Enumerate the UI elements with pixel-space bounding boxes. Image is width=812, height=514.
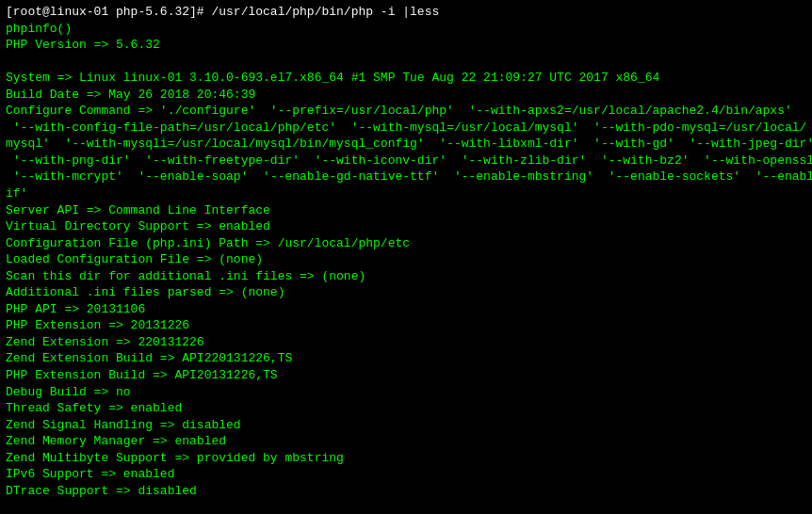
terminal-line: Zend Signal Handling => disabled xyxy=(6,417,806,434)
terminal-line: Configuration File (php.ini) Path => /us… xyxy=(6,235,806,252)
terminal: [root@linux-01 php-5.6.32]# /usr/local/p… xyxy=(0,0,812,514)
terminal-line: mysql' '--with-mysqli=/usr/local/mysql/b… xyxy=(6,136,806,153)
terminal-line: Configure Command => './configure' '--pr… xyxy=(6,103,806,120)
terminal-line: Debug Build => no xyxy=(6,384,806,401)
terminal-line: Additional .ini files parsed => (none) xyxy=(6,284,806,301)
terminal-line: '--with-config-file-path=/usr/local/php/… xyxy=(6,120,806,137)
terminal-line: if' xyxy=(6,185,806,202)
terminal-line: phpinfo() xyxy=(6,21,806,38)
terminal-line: PHP Extension Build => API20131226,TS xyxy=(6,367,806,384)
terminal-line: PHP Version => 5.6.32 xyxy=(6,37,806,54)
terminal-line: '--with-mcrypt' '--enable-soap' '--enabl… xyxy=(6,169,806,185)
terminal-line: Virtual Directory Support => enabled xyxy=(6,218,806,235)
terminal-line: Zend Extension => 220131226 xyxy=(6,334,806,351)
terminal-line: DTrace Support => disabled xyxy=(6,483,806,500)
terminal-line: '--with-png-dir' '--with-freetype-dir' '… xyxy=(6,153,806,169)
terminal-line: System => Linux linux-01 3.10.0-693.el7.… xyxy=(6,70,806,87)
terminal-line: PHP Extension => 20131226 xyxy=(6,317,806,334)
terminal-line: [root@linux-01 php-5.6.32]# /usr/local/p… xyxy=(6,4,806,21)
terminal-line xyxy=(6,499,806,514)
terminal-line: Build Date => May 26 2018 20:46:39 xyxy=(6,87,806,104)
terminal-line: Loaded Configuration File => (none) xyxy=(6,251,806,268)
terminal-line: Zend Multibyte Support => provided by mb… xyxy=(6,450,806,467)
terminal-line: Zend Extension Build => API220131226,TS xyxy=(6,350,806,367)
terminal-line: Zend Memory Manager => enabled xyxy=(6,433,806,450)
terminal-line: PHP API => 20131106 xyxy=(6,301,806,318)
terminal-line: Server API => Command Line Interface xyxy=(6,202,806,219)
terminal-line xyxy=(6,54,806,71)
terminal-line: IPv6 Support => enabled xyxy=(6,466,806,483)
terminal-line: Scan this dir for additional .ini files … xyxy=(6,268,806,285)
terminal-line: Thread Safety => enabled xyxy=(6,400,806,417)
